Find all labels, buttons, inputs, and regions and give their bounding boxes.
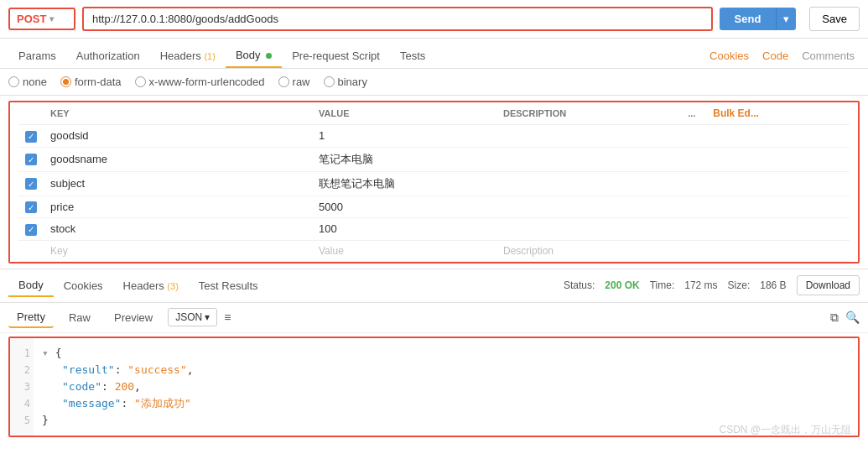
desc-price xyxy=(496,196,681,218)
th-check xyxy=(18,102,44,125)
json-code-area: ▾ { "result": "success", "code": 200, "m… xyxy=(34,338,858,436)
headers-badge: (1) xyxy=(204,51,215,61)
checkbox-price[interactable] xyxy=(25,201,37,213)
json-val-result: "success" xyxy=(127,363,186,376)
th-key: KEY xyxy=(44,102,312,125)
tab-body[interactable]: Body xyxy=(226,44,282,68)
body-active-dot xyxy=(266,53,272,59)
fmt-tab-pretty[interactable]: Pretty xyxy=(8,307,54,328)
watermark: CSDN @一念既出，万山无阻 xyxy=(719,423,851,437)
resp-tab-body[interactable]: Body xyxy=(8,274,54,297)
checkbox-goodsid[interactable] xyxy=(25,131,37,143)
send-dropdown-button[interactable]: ▾ xyxy=(776,8,796,30)
tab-cookies[interactable]: Cookies xyxy=(704,46,754,65)
option-urlencoded-label: x-www-form-urlencoded xyxy=(149,76,265,88)
option-formdata[interactable]: form-data xyxy=(60,76,122,88)
request-tab-bar: Params Authorization Headers (1) Body Pr… xyxy=(0,39,868,69)
save-button[interactable]: Save xyxy=(809,7,860,31)
bulk-edit-btn[interactable]: Bulk Ed... xyxy=(713,107,759,119)
tab-headers[interactable]: Headers (1) xyxy=(150,44,226,67)
tab-comments[interactable]: Comments xyxy=(797,46,860,65)
option-none[interactable]: none xyxy=(8,76,47,88)
th-value: VALUE xyxy=(312,102,496,125)
json-val-message: "添加成功" xyxy=(134,397,191,410)
radio-none xyxy=(8,76,19,87)
resp-tab-cookies[interactable]: Cookies xyxy=(54,275,113,296)
key-subject[interactable]: subject xyxy=(44,171,312,196)
th-bulkedit[interactable]: Bulk Ed... xyxy=(706,102,850,125)
value-goodsname[interactable]: 笔记本电脑 xyxy=(312,147,496,171)
option-raw-label: raw xyxy=(293,76,310,88)
format-select-label: JSON xyxy=(175,311,202,323)
fmt-tab-preview[interactable]: Preview xyxy=(106,308,161,327)
time-label: Time: xyxy=(650,279,675,291)
json-brace-open: { xyxy=(55,347,62,359)
collapse-arrow[interactable]: ▾ xyxy=(42,347,49,359)
filter-icon[interactable]: ≡ xyxy=(224,310,231,324)
value-stock[interactable]: 100 xyxy=(312,218,496,241)
top-bar: POST ▾ Send ▾ Save xyxy=(0,0,868,39)
value-price[interactable]: 5000 xyxy=(312,196,496,218)
format-select[interactable]: JSON ▾ xyxy=(168,308,217,326)
new-row: Key Value Description xyxy=(18,240,850,261)
new-key-placeholder[interactable]: Key xyxy=(44,240,312,261)
json-key-message: "message" xyxy=(62,397,121,410)
size-value: 186 B xyxy=(760,279,786,291)
key-stock[interactable]: stock xyxy=(44,218,312,241)
actions-goodsid xyxy=(681,125,706,148)
th-desc: DESCRIPTION xyxy=(496,102,681,125)
table-row: subject 联想笔记本电脑 xyxy=(18,171,850,196)
new-desc-placeholder: Description xyxy=(496,240,681,261)
tab-tests[interactable]: Tests xyxy=(390,44,435,67)
tab-params[interactable]: Params xyxy=(8,44,66,67)
desc-subject xyxy=(496,171,681,196)
download-button[interactable]: Download xyxy=(797,275,860,295)
format-chevron-icon: ▾ xyxy=(205,311,210,323)
desc-goodsid xyxy=(496,125,681,148)
option-raw[interactable]: raw xyxy=(278,76,310,88)
json-output-container: 1 2 3 4 5 ▾ { "result": "success", "code… xyxy=(8,337,860,437)
url-input[interactable] xyxy=(82,7,713,31)
form-table-container: KEY VALUE DESCRIPTION ... Bulk Ed... goo… xyxy=(8,101,860,264)
radio-formdata xyxy=(60,76,71,87)
new-value-placeholder[interactable]: Value xyxy=(312,240,496,261)
checkbox-subject[interactable] xyxy=(25,178,37,190)
radio-urlencoded xyxy=(135,76,146,87)
key-price[interactable]: price xyxy=(44,196,312,218)
response-bar: Body Cookies Headers (3) Test Results St… xyxy=(0,269,868,303)
option-urlencoded[interactable]: x-www-form-urlencoded xyxy=(135,76,265,88)
key-goodsid[interactable]: goodsid xyxy=(44,125,312,148)
checkbox-stock[interactable] xyxy=(25,224,37,236)
key-goodsname[interactable]: goodsname xyxy=(44,147,312,171)
resp-tab-testresults[interactable]: Test Results xyxy=(189,275,268,296)
value-subject[interactable]: 联想笔记本电脑 xyxy=(312,171,496,196)
option-formdata-label: form-data xyxy=(75,76,122,88)
tab-authorization[interactable]: Authorization xyxy=(66,44,150,67)
tab-prerequest[interactable]: Pre-request Script xyxy=(282,44,390,67)
resp-tab-headers[interactable]: Headers (3) xyxy=(113,275,189,296)
table-row: price 5000 xyxy=(18,196,850,218)
desc-stock xyxy=(496,218,681,241)
method-chevron-icon: ▾ xyxy=(49,14,67,23)
copy-icon[interactable]: ⧉ xyxy=(830,310,839,325)
th-actions: ... xyxy=(681,102,706,125)
method-select[interactable]: POST ▾ xyxy=(8,8,75,30)
json-val-code: 200 xyxy=(115,380,134,393)
checkbox-goodsname[interactable] xyxy=(25,154,37,165)
size-label: Size: xyxy=(728,279,751,291)
send-button[interactable]: Send xyxy=(720,8,777,30)
fmt-tab-raw[interactable]: Raw xyxy=(60,308,99,327)
option-none-label: none xyxy=(23,76,47,88)
search-icon[interactable]: 🔍 xyxy=(845,310,860,324)
line-numbers: 1 2 3 4 5 xyxy=(10,338,34,436)
json-key-code: "code" xyxy=(62,380,101,393)
response-status-group: Status: 200 OK Time: 172 ms Size: 186 B … xyxy=(564,275,860,295)
table-row: goodsid 1 xyxy=(18,125,850,148)
option-binary[interactable]: binary xyxy=(324,76,367,88)
json-brace-close: } xyxy=(42,414,49,426)
value-goodsid[interactable]: 1 xyxy=(312,125,496,148)
body-options-bar: none form-data x-www-form-urlencoded raw… xyxy=(0,69,868,96)
tab-code[interactable]: Code xyxy=(757,46,793,65)
radio-binary xyxy=(324,76,335,87)
right-tab-group: Cookies Code Comments xyxy=(704,46,860,65)
